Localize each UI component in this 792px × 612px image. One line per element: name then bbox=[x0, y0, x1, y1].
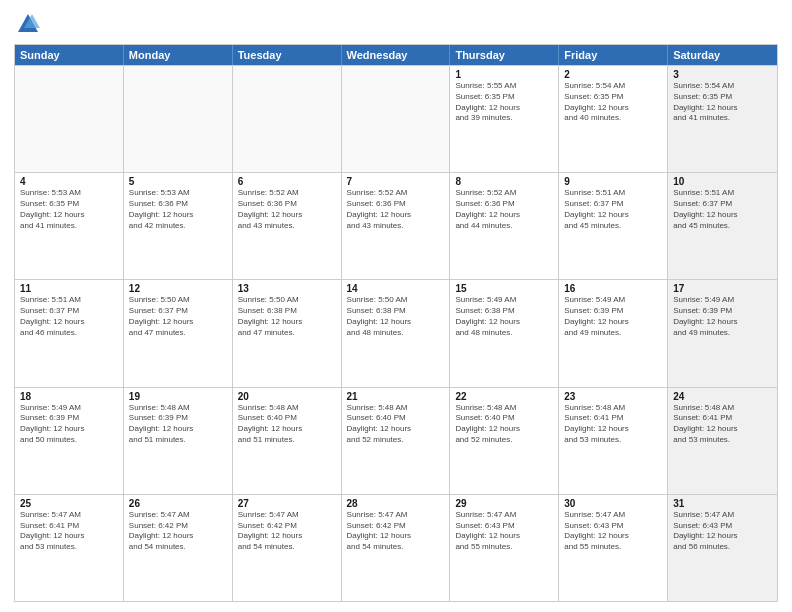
day-number: 31 bbox=[673, 498, 772, 509]
day-number: 24 bbox=[673, 391, 772, 402]
day-number: 12 bbox=[129, 283, 227, 294]
day-number: 6 bbox=[238, 176, 336, 187]
day-number: 18 bbox=[20, 391, 118, 402]
page: SundayMondayTuesdayWednesdayThursdayFrid… bbox=[0, 0, 792, 612]
calendar-row-3: 18Sunrise: 5:49 AM Sunset: 6:39 PM Dayli… bbox=[15, 387, 777, 494]
day-number: 1 bbox=[455, 69, 553, 80]
day-info: Sunrise: 5:55 AM Sunset: 6:35 PM Dayligh… bbox=[455, 81, 553, 124]
day-number: 25 bbox=[20, 498, 118, 509]
day-number: 14 bbox=[347, 283, 445, 294]
day-info: Sunrise: 5:47 AM Sunset: 6:42 PM Dayligh… bbox=[129, 510, 227, 553]
calendar: SundayMondayTuesdayWednesdayThursdayFrid… bbox=[14, 44, 778, 602]
header-day-monday: Monday bbox=[124, 45, 233, 65]
cal-cell-25: 25Sunrise: 5:47 AM Sunset: 6:41 PM Dayli… bbox=[15, 495, 124, 601]
cal-cell-empty-0-0 bbox=[15, 66, 124, 172]
cal-cell-20: 20Sunrise: 5:48 AM Sunset: 6:40 PM Dayli… bbox=[233, 388, 342, 494]
cal-cell-27: 27Sunrise: 5:47 AM Sunset: 6:42 PM Dayli… bbox=[233, 495, 342, 601]
header-day-tuesday: Tuesday bbox=[233, 45, 342, 65]
day-info: Sunrise: 5:48 AM Sunset: 6:40 PM Dayligh… bbox=[238, 403, 336, 446]
header-day-friday: Friday bbox=[559, 45, 668, 65]
header bbox=[14, 10, 778, 38]
header-day-sunday: Sunday bbox=[15, 45, 124, 65]
cal-cell-13: 13Sunrise: 5:50 AM Sunset: 6:38 PM Dayli… bbox=[233, 280, 342, 386]
cal-cell-31: 31Sunrise: 5:47 AM Sunset: 6:43 PM Dayli… bbox=[668, 495, 777, 601]
cal-cell-24: 24Sunrise: 5:48 AM Sunset: 6:41 PM Dayli… bbox=[668, 388, 777, 494]
day-number: 4 bbox=[20, 176, 118, 187]
day-number: 9 bbox=[564, 176, 662, 187]
day-number: 16 bbox=[564, 283, 662, 294]
day-info: Sunrise: 5:47 AM Sunset: 6:42 PM Dayligh… bbox=[347, 510, 445, 553]
day-info: Sunrise: 5:53 AM Sunset: 6:36 PM Dayligh… bbox=[129, 188, 227, 231]
header-day-wednesday: Wednesday bbox=[342, 45, 451, 65]
day-info: Sunrise: 5:52 AM Sunset: 6:36 PM Dayligh… bbox=[455, 188, 553, 231]
day-number: 17 bbox=[673, 283, 772, 294]
calendar-row-2: 11Sunrise: 5:51 AM Sunset: 6:37 PM Dayli… bbox=[15, 279, 777, 386]
calendar-row-0: 1Sunrise: 5:55 AM Sunset: 6:35 PM Daylig… bbox=[15, 65, 777, 172]
day-info: Sunrise: 5:49 AM Sunset: 6:39 PM Dayligh… bbox=[20, 403, 118, 446]
cal-cell-4: 4Sunrise: 5:53 AM Sunset: 6:35 PM Daylig… bbox=[15, 173, 124, 279]
cal-cell-1: 1Sunrise: 5:55 AM Sunset: 6:35 PM Daylig… bbox=[450, 66, 559, 172]
cal-cell-11: 11Sunrise: 5:51 AM Sunset: 6:37 PM Dayli… bbox=[15, 280, 124, 386]
cal-cell-14: 14Sunrise: 5:50 AM Sunset: 6:38 PM Dayli… bbox=[342, 280, 451, 386]
day-number: 19 bbox=[129, 391, 227, 402]
day-info: Sunrise: 5:47 AM Sunset: 6:43 PM Dayligh… bbox=[564, 510, 662, 553]
cal-cell-30: 30Sunrise: 5:47 AM Sunset: 6:43 PM Dayli… bbox=[559, 495, 668, 601]
day-number: 8 bbox=[455, 176, 553, 187]
cal-cell-15: 15Sunrise: 5:49 AM Sunset: 6:38 PM Dayli… bbox=[450, 280, 559, 386]
day-number: 15 bbox=[455, 283, 553, 294]
calendar-body: 1Sunrise: 5:55 AM Sunset: 6:35 PM Daylig… bbox=[15, 65, 777, 601]
day-number: 27 bbox=[238, 498, 336, 509]
day-info: Sunrise: 5:49 AM Sunset: 6:39 PM Dayligh… bbox=[673, 295, 772, 338]
cal-cell-3: 3Sunrise: 5:54 AM Sunset: 6:35 PM Daylig… bbox=[668, 66, 777, 172]
logo-icon bbox=[14, 10, 42, 38]
cal-cell-2: 2Sunrise: 5:54 AM Sunset: 6:35 PM Daylig… bbox=[559, 66, 668, 172]
day-info: Sunrise: 5:47 AM Sunset: 6:42 PM Dayligh… bbox=[238, 510, 336, 553]
day-info: Sunrise: 5:53 AM Sunset: 6:35 PM Dayligh… bbox=[20, 188, 118, 231]
day-info: Sunrise: 5:48 AM Sunset: 6:39 PM Dayligh… bbox=[129, 403, 227, 446]
day-info: Sunrise: 5:51 AM Sunset: 6:37 PM Dayligh… bbox=[564, 188, 662, 231]
day-number: 21 bbox=[347, 391, 445, 402]
day-number: 2 bbox=[564, 69, 662, 80]
cal-cell-19: 19Sunrise: 5:48 AM Sunset: 6:39 PM Dayli… bbox=[124, 388, 233, 494]
cal-cell-28: 28Sunrise: 5:47 AM Sunset: 6:42 PM Dayli… bbox=[342, 495, 451, 601]
cal-cell-22: 22Sunrise: 5:48 AM Sunset: 6:40 PM Dayli… bbox=[450, 388, 559, 494]
cal-cell-5: 5Sunrise: 5:53 AM Sunset: 6:36 PM Daylig… bbox=[124, 173, 233, 279]
day-info: Sunrise: 5:47 AM Sunset: 6:43 PM Dayligh… bbox=[455, 510, 553, 553]
header-day-thursday: Thursday bbox=[450, 45, 559, 65]
day-number: 30 bbox=[564, 498, 662, 509]
day-number: 11 bbox=[20, 283, 118, 294]
day-info: Sunrise: 5:47 AM Sunset: 6:41 PM Dayligh… bbox=[20, 510, 118, 553]
day-info: Sunrise: 5:48 AM Sunset: 6:41 PM Dayligh… bbox=[564, 403, 662, 446]
day-number: 5 bbox=[129, 176, 227, 187]
day-number: 22 bbox=[455, 391, 553, 402]
day-number: 28 bbox=[347, 498, 445, 509]
day-info: Sunrise: 5:49 AM Sunset: 6:38 PM Dayligh… bbox=[455, 295, 553, 338]
day-info: Sunrise: 5:54 AM Sunset: 6:35 PM Dayligh… bbox=[673, 81, 772, 124]
cal-cell-17: 17Sunrise: 5:49 AM Sunset: 6:39 PM Dayli… bbox=[668, 280, 777, 386]
day-info: Sunrise: 5:47 AM Sunset: 6:43 PM Dayligh… bbox=[673, 510, 772, 553]
header-day-saturday: Saturday bbox=[668, 45, 777, 65]
day-number: 23 bbox=[564, 391, 662, 402]
cal-cell-8: 8Sunrise: 5:52 AM Sunset: 6:36 PM Daylig… bbox=[450, 173, 559, 279]
calendar-row-4: 25Sunrise: 5:47 AM Sunset: 6:41 PM Dayli… bbox=[15, 494, 777, 601]
cal-cell-9: 9Sunrise: 5:51 AM Sunset: 6:37 PM Daylig… bbox=[559, 173, 668, 279]
day-info: Sunrise: 5:49 AM Sunset: 6:39 PM Dayligh… bbox=[564, 295, 662, 338]
cal-cell-16: 16Sunrise: 5:49 AM Sunset: 6:39 PM Dayli… bbox=[559, 280, 668, 386]
day-info: Sunrise: 5:48 AM Sunset: 6:40 PM Dayligh… bbox=[347, 403, 445, 446]
day-info: Sunrise: 5:48 AM Sunset: 6:40 PM Dayligh… bbox=[455, 403, 553, 446]
day-number: 7 bbox=[347, 176, 445, 187]
logo bbox=[14, 10, 46, 38]
cal-cell-10: 10Sunrise: 5:51 AM Sunset: 6:37 PM Dayli… bbox=[668, 173, 777, 279]
day-number: 29 bbox=[455, 498, 553, 509]
cal-cell-26: 26Sunrise: 5:47 AM Sunset: 6:42 PM Dayli… bbox=[124, 495, 233, 601]
day-number: 3 bbox=[673, 69, 772, 80]
day-info: Sunrise: 5:50 AM Sunset: 6:38 PM Dayligh… bbox=[238, 295, 336, 338]
cal-cell-7: 7Sunrise: 5:52 AM Sunset: 6:36 PM Daylig… bbox=[342, 173, 451, 279]
day-info: Sunrise: 5:50 AM Sunset: 6:37 PM Dayligh… bbox=[129, 295, 227, 338]
cal-cell-29: 29Sunrise: 5:47 AM Sunset: 6:43 PM Dayli… bbox=[450, 495, 559, 601]
calendar-row-1: 4Sunrise: 5:53 AM Sunset: 6:35 PM Daylig… bbox=[15, 172, 777, 279]
day-info: Sunrise: 5:48 AM Sunset: 6:41 PM Dayligh… bbox=[673, 403, 772, 446]
cal-cell-12: 12Sunrise: 5:50 AM Sunset: 6:37 PM Dayli… bbox=[124, 280, 233, 386]
day-info: Sunrise: 5:51 AM Sunset: 6:37 PM Dayligh… bbox=[673, 188, 772, 231]
cal-cell-empty-0-1 bbox=[124, 66, 233, 172]
